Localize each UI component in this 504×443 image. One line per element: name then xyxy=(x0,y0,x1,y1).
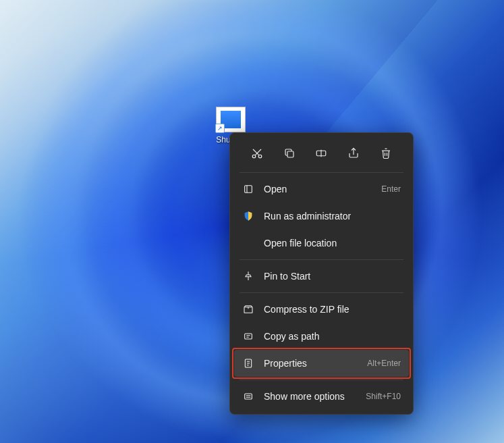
share-icon xyxy=(347,147,360,159)
svg-rect-4 xyxy=(245,186,252,193)
menu-item-label: Show more options xyxy=(264,391,366,402)
path-icon xyxy=(242,330,254,342)
menu-item-label: Run as administrator xyxy=(264,211,401,222)
blank-icon xyxy=(242,237,254,249)
shield-icon xyxy=(242,210,254,222)
copy-button[interactable] xyxy=(277,141,302,165)
menu-item-pin-to-start[interactable]: Pin to Start xyxy=(234,263,409,290)
delete-icon xyxy=(380,147,392,159)
menu-item-shortcut: Alt+Enter xyxy=(367,359,401,368)
menu-item-shortcut: Enter xyxy=(381,184,401,194)
copy-icon xyxy=(283,147,296,159)
svg-rect-6 xyxy=(245,334,252,339)
svg-point-0 xyxy=(252,155,256,158)
share-button[interactable] xyxy=(341,141,366,165)
menu-item-label: Open file location xyxy=(264,238,401,249)
menu-item-copy-as-path[interactable]: Copy as path xyxy=(234,323,409,350)
menu-item-shortcut: Shift+F10 xyxy=(366,392,401,401)
open-icon xyxy=(242,183,254,195)
menu-item-label: Pin to Start xyxy=(264,271,401,282)
menu-separator xyxy=(240,172,403,173)
menu-item-run-as-admin[interactable]: Run as administrator xyxy=(234,203,409,230)
zip-icon xyxy=(242,303,254,315)
menu-item-compress-zip[interactable]: Compress to ZIP file xyxy=(234,296,409,323)
rename-button[interactable] xyxy=(309,141,333,165)
menu-item-label: Open xyxy=(264,184,381,194)
menu-separator xyxy=(240,292,403,293)
rename-icon xyxy=(315,147,327,159)
svg-point-1 xyxy=(258,155,262,158)
cut-icon xyxy=(251,147,263,159)
svg-rect-2 xyxy=(287,151,293,157)
context-menu-top-row xyxy=(234,137,409,170)
more-icon xyxy=(242,390,254,402)
pin-icon xyxy=(242,270,254,282)
menu-separator xyxy=(240,259,403,260)
shortcut-arrow-overlay: ↗ xyxy=(215,124,225,133)
menu-item-label: Copy as path xyxy=(264,331,401,342)
cut-button[interactable] xyxy=(245,141,269,165)
delete-button[interactable] xyxy=(374,141,398,165)
menu-item-open-file-location[interactable]: Open file location xyxy=(234,230,409,257)
context-menu: Open Enter Run as administrator Open fil… xyxy=(229,132,414,415)
menu-item-label: Properties xyxy=(264,358,367,369)
menu-item-open[interactable]: Open Enter xyxy=(234,176,409,203)
shortcut-file-icon: ↗ xyxy=(216,107,246,132)
menu-item-label: Compress to ZIP file xyxy=(264,304,401,315)
menu-item-show-more-options[interactable]: Show more options Shift+F10 xyxy=(234,383,409,410)
properties-icon xyxy=(242,357,254,369)
menu-item-properties[interactable]: Properties Alt+Enter xyxy=(234,350,409,377)
menu-separator xyxy=(240,380,403,380)
svg-rect-8 xyxy=(245,394,252,399)
